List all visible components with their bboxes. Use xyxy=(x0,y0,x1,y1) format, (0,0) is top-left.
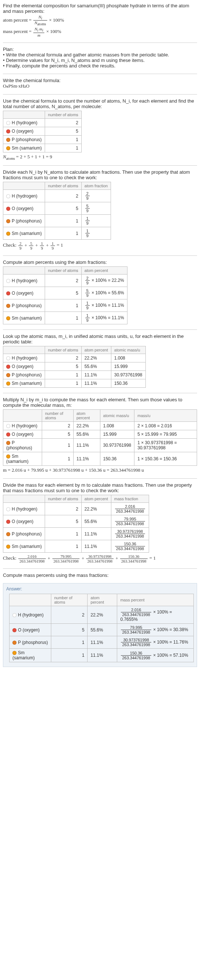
table-row: H (hydrogen) 2 29 × 100% = 22.2% xyxy=(3,275,127,287)
count-cell: 1 xyxy=(45,144,82,152)
table-row: Sm (samarium) 1 11.1% 150.36263.34476199… xyxy=(3,540,149,553)
count-cell: 1 xyxy=(45,540,82,553)
element-cell: P (phosphorus) xyxy=(10,636,51,649)
count-cell: 2 xyxy=(45,190,82,202)
divider xyxy=(3,568,197,569)
count-cell: 1 xyxy=(45,312,82,325)
element-cell: H (hydrogen) xyxy=(3,422,42,430)
fraction: 19 xyxy=(85,313,90,323)
element-swatch-icon xyxy=(6,356,10,360)
table-row: Sm (samarium) 1 19 xyxy=(3,227,111,240)
fraction: 19 xyxy=(85,216,90,225)
element-swatch-icon xyxy=(6,291,10,295)
percent-cell: 29 × 100% = 22.2% xyxy=(81,275,127,287)
element-cell: H (hydrogen) xyxy=(3,354,45,363)
table-row: O (oxygen) 5 xyxy=(3,127,82,135)
plan-bullet: • Finally, compute the percents and chec… xyxy=(3,63,197,68)
element-cell: H (hydrogen) xyxy=(3,190,45,202)
massfrac-check: Check: 2.016263.344761998 + 79.995263.34… xyxy=(3,554,197,563)
section-heading: Divide the mass for each element by m to… xyxy=(3,482,197,493)
element-swatch-icon xyxy=(6,146,10,150)
element-cell: Sm (samarium) xyxy=(3,379,45,388)
fraction: 79.995263.344761998 xyxy=(115,517,145,526)
table-row: O (oxygen) 5 59 × 100% = 55.6% xyxy=(3,287,127,299)
mass-percent-cell: 150.36263.344761998 × 100% = 57.10% xyxy=(117,649,194,662)
table-row: H (hydrogen) 2 29 xyxy=(3,190,111,202)
count-cell: 2 xyxy=(51,606,87,624)
plan-bullet: • Write the chemical formula and gather … xyxy=(3,52,197,57)
table-row: H (hydrogen) 2 22.2% 1.008 xyxy=(3,354,146,363)
percent-cell: 55.6% xyxy=(81,515,111,528)
mass-percent-cell: 2.016263.344761998 × 100% = 0.7655% xyxy=(117,606,194,624)
fraction-cell: 29 xyxy=(81,190,111,202)
plan-heading: Plan: xyxy=(3,46,197,52)
calc-cell: 1 × 150.36 = 150.36 xyxy=(135,452,197,466)
element-swatch-icon xyxy=(6,316,10,320)
atom-percent-formula: atom percent = Ni Natoms × 100% xyxy=(3,15,197,26)
element-swatch-icon xyxy=(6,138,10,142)
divider xyxy=(3,329,197,330)
table-row: O (oxygen) 5 55.6% 79.995263.344761998 ×… xyxy=(10,624,194,636)
fraction: 30.973761998263.344761998 xyxy=(115,529,145,538)
intro: Find the elemental composition for samar… xyxy=(3,3,197,37)
fraction: 19 xyxy=(85,229,90,238)
mass-cell: 150.36 xyxy=(111,379,145,388)
element-cell: O (oxygen) xyxy=(3,363,45,371)
percent-cell: 11.1% xyxy=(81,379,111,388)
fraction-cell: 2.016263.344761998 xyxy=(111,503,149,515)
fraction: 150.36263.344761998 xyxy=(120,554,148,563)
mass-cell: 30.973761998 xyxy=(111,371,145,379)
count-cell: 2 xyxy=(45,118,82,127)
element-cell: Sm (samarium) xyxy=(3,227,45,240)
table-row: O (oxygen) 5 55.6% 79.995263.344761998 xyxy=(3,515,149,528)
atomic-mass-table: number of atoms atom percent atomic mass… xyxy=(3,346,146,388)
count-cell: 5 xyxy=(45,287,82,299)
count-cell: 1 xyxy=(42,439,73,452)
count-cell: 5 xyxy=(42,430,73,439)
count-cell: 2 xyxy=(45,275,82,287)
divider xyxy=(3,74,197,74)
answer-box: Answer: number of atoms atom percent mas… xyxy=(3,583,197,667)
percent-cell: 55.6% xyxy=(73,430,100,439)
section-heading: Compute mass percents using the mass fra… xyxy=(3,573,197,578)
table-row: O (oxygen) 5 55.6% 15.999 xyxy=(3,363,146,371)
table-header-row: number of atoms atom percent xyxy=(3,267,127,275)
atom-fraction-section: Divide each N_i by N_atoms to calculate … xyxy=(3,169,197,250)
col-element xyxy=(3,111,45,118)
table-row: P (phosphorus) 1 11.1% 30.973761998 1 × … xyxy=(3,439,197,452)
percent-cell: 11.1% xyxy=(73,439,100,452)
element-cell: P (phosphorus) xyxy=(3,299,45,312)
table-row: H (hydrogen) 2 22.2% 2.016263.344761998 xyxy=(3,503,149,515)
count-cell: 1 xyxy=(42,452,73,466)
element-cell: P (phosphorus) xyxy=(3,135,45,144)
element-swatch-icon xyxy=(6,433,10,436)
fraction: 30.973761998263.344761998 xyxy=(121,638,151,647)
plan-bullet: • Determine values for N_i, m_i, N_atoms… xyxy=(3,57,197,63)
intro-text: Find the elemental composition for samar… xyxy=(3,3,197,14)
col-numatoms: number of atoms xyxy=(45,111,82,118)
count-cell: 1 xyxy=(51,649,87,662)
count-cell: 2 xyxy=(42,422,73,430)
element-cell: H (hydrogen) xyxy=(3,275,45,287)
mass-cell: 1.008 xyxy=(111,354,145,363)
element-swatch-icon xyxy=(6,129,10,134)
answer-table: number of atoms atom percent mass percen… xyxy=(9,594,194,662)
fraction-cell: 59 xyxy=(81,202,111,215)
table-row: H (hydrogen) 2 22.2% 2.016263.344761998 … xyxy=(10,606,194,624)
percent-cell: 11.1% xyxy=(81,528,111,540)
element-swatch-icon xyxy=(6,382,10,385)
divider xyxy=(3,478,197,479)
mass-cell: 15.999 xyxy=(111,363,145,371)
element-cell: Sm (samarium) xyxy=(3,144,45,152)
element-swatch-icon xyxy=(13,613,16,617)
table-header-row: number of atoms atom percent atomic mass… xyxy=(3,346,146,354)
fraction: 150.36263.344761998 xyxy=(115,542,145,551)
mass-cell: 30.973761998 xyxy=(100,439,135,452)
element-cell: Sm (samarium) xyxy=(3,452,42,466)
percent-cell: 22.2% xyxy=(87,606,117,624)
table-row: P (phosphorus) 1 11.1% 30.973761998263.3… xyxy=(3,528,149,540)
calc-cell: 5 × 15.999 = 79.995 xyxy=(135,430,197,439)
count-cell: 5 xyxy=(45,202,82,215)
table-header-row: number of atoms xyxy=(3,111,82,118)
fraction: 29 xyxy=(18,241,23,250)
